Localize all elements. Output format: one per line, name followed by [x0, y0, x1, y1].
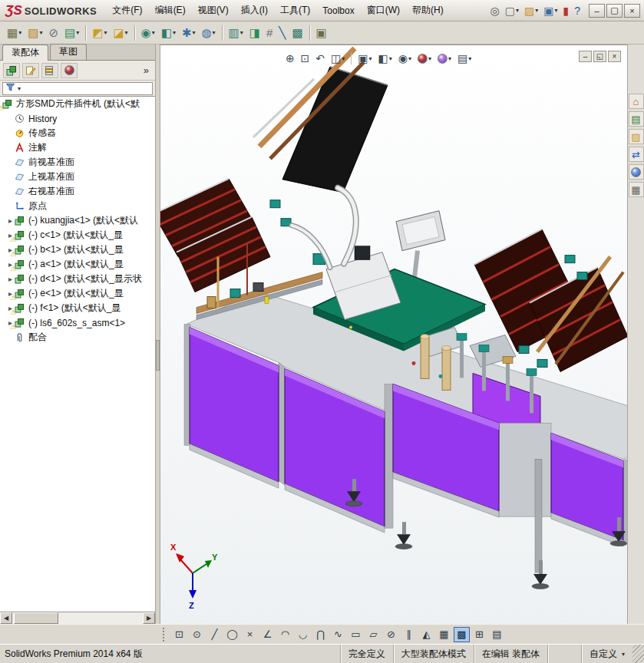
panel-tab[interactable]: 装配体	[2, 45, 48, 61]
tangent-arc-tool-button[interactable]: ◡	[295, 627, 311, 642]
scroll-right-button[interactable]: ▶	[143, 612, 155, 624]
centerpoint-arc-tool-button[interactable]: ◠	[277, 627, 293, 642]
show-hidden-components-button[interactable]: ◧▾	[158, 24, 179, 42]
erase-tool-button[interactable]: ×	[242, 627, 258, 642]
solidworks-resources-tab[interactable]: ⌂	[629, 94, 644, 109]
assembly-features-button[interactable]: ✱▾	[179, 24, 199, 42]
expander-icon[interactable]: ▸	[6, 216, 15, 225]
solidworks-resources-button[interactable]: ▮	[560, 4, 571, 18]
minimize-button[interactable]: –	[589, 4, 605, 18]
zoom-to-fit-button[interactable]: ⊕	[283, 51, 297, 65]
tree-item[interactable]: ▸⚠(-) a<1> (默认<默认_显	[0, 257, 155, 272]
tree-item[interactable]: ⚠方形SMD元件插件机 (默认<默	[0, 97, 155, 111]
filter-input[interactable]: ▾	[2, 82, 153, 95]
custom-properties-tab[interactable]: ▦	[629, 182, 644, 197]
tree-item[interactable]: 原点	[0, 199, 155, 213]
interference-detection-button[interactable]: #	[263, 24, 276, 42]
tree-item[interactable]: ▸⚠(-) ls6_602s_s_asm<1>	[0, 315, 155, 330]
three-point-arc-tool-button[interactable]: ⋂	[312, 627, 329, 642]
tree-item[interactable]: 注解	[0, 140, 155, 155]
search-button[interactable]: ◎	[488, 4, 502, 18]
menu-item[interactable]: 工具(T)	[274, 1, 316, 20]
section-view-button[interactable]: ◫▾	[329, 51, 347, 65]
scroll-left-button[interactable]: ◀	[0, 612, 12, 624]
document-close-button[interactable]: ×	[608, 51, 621, 62]
measure-button[interactable]: ╲	[276, 24, 289, 42]
angle-line-tool-button[interactable]: ∠	[259, 627, 276, 642]
menu-item[interactable]: 文件(F)	[106, 1, 148, 20]
view-orientation-button[interactable]: ▣▾	[355, 51, 374, 65]
menu-item[interactable]: 视图(V)	[192, 1, 235, 20]
file-explorer-tab[interactable]: ▨	[629, 129, 644, 144]
scroll-track[interactable]	[12, 612, 143, 624]
document-restore-button[interactable]: ◱	[593, 51, 606, 62]
linear-pattern-tool-button[interactable]: ▦	[436, 627, 452, 642]
smart-fasteners-button[interactable]: ◪▾	[110, 24, 130, 42]
insert-components-button[interactable]: ▨▾	[25, 24, 45, 42]
propertymanager-tab[interactable]	[22, 63, 39, 78]
instant-3d-button[interactable]: ▣	[313, 24, 330, 42]
model-top-screen-rack[interactable]	[253, 48, 388, 193]
grid-view-tool-button[interactable]: ▩	[454, 627, 470, 642]
tree-item[interactable]: ▸⚠(-) b<1> (默认<默认_显	[0, 242, 155, 257]
tree-item[interactable]: History	[0, 111, 155, 126]
filter-caret-icon[interactable]: ▾	[18, 85, 21, 92]
line-tool-button[interactable]: ╱	[206, 627, 223, 642]
resize-grip[interactable]	[632, 645, 644, 663]
mirror-tool-button[interactable]: ◭	[418, 627, 434, 642]
model-left-pcb-racks[interactable]	[160, 179, 291, 292]
tree-item[interactable]: ▸⚠(-) f<1> (默认<默认_显	[0, 301, 155, 315]
move-component-button[interactable]: ◉▾	[138, 24, 158, 42]
new-document-button[interactable]: ▢▾	[503, 4, 521, 18]
point-tool-button[interactable]: ⊡	[171, 627, 187, 642]
tree-item[interactable]: 传感器	[0, 126, 155, 140]
splitter-grip[interactable]	[156, 340, 160, 371]
exploded-view-button[interactable]: ◨	[246, 24, 263, 42]
configurationmanager-tab[interactable]	[41, 63, 58, 78]
assembly-model-3d[interactable]	[160, 45, 627, 624]
attachments-button[interactable]: ⊘	[45, 24, 61, 42]
zoom-to-area-button[interactable]: ⊡	[299, 51, 312, 65]
tree-item[interactable]: 右视基准面	[0, 184, 155, 199]
edit-appearance-button[interactable]: ▾	[415, 53, 434, 64]
save-document-button[interactable]: ▣▾	[541, 4, 560, 18]
tree-item[interactable]: 上视基准面	[0, 170, 155, 184]
sheet-tool-button[interactable]: ▤	[489, 627, 505, 642]
toolbar-grip[interactable]	[163, 628, 166, 642]
menu-item[interactable]: Toolbox	[316, 2, 360, 19]
help-button[interactable]: ?	[572, 4, 583, 18]
ellipse-tool-button[interactable]: ◯	[224, 627, 240, 642]
tree-item[interactable]: ▸⚠(-) c<1> (默认<默认_显	[0, 228, 155, 242]
previous-view-button[interactable]: ↶	[313, 51, 327, 65]
reference-geometry-button[interactable]: ◍▾	[199, 24, 219, 42]
appearances-scenes-tab[interactable]	[629, 164, 644, 180]
maximize-button[interactable]: ▢	[606, 4, 623, 18]
mate-button[interactable]: ▤▾	[61, 24, 82, 42]
mass-properties-button[interactable]: ▩	[289, 24, 305, 42]
table-tool-button[interactable]: ⊞	[471, 627, 487, 642]
menu-item[interactable]: 编辑(E)	[149, 1, 192, 20]
panel-horizontal-scrollbar[interactable]: ◀ ▶	[0, 612, 155, 624]
trim-tool-button[interactable]: ⊘	[383, 627, 399, 642]
tree-item[interactable]: ▸(-) kuangjia<1> (默认<默认	[0, 213, 155, 228]
tree-item[interactable]: ▸⚠(-) e<1> (默认<默认_显	[0, 286, 155, 301]
model-center-machine[interactable]	[292, 188, 401, 320]
menu-item[interactable]: 帮助(H)	[406, 1, 450, 20]
design-library-tab[interactable]: ▤	[629, 111, 644, 127]
bill-of-materials-button[interactable]: ▥▾	[226, 24, 246, 42]
graphics-area[interactable]: ⊕⊡↶◫▾▣▾◧▾◉▾▾▾▤▾ –◱× X Y Z	[160, 45, 627, 624]
tree-item[interactable]: ▸(-) d<1> (默认<默认_显示状	[0, 272, 155, 286]
component-pattern-button[interactable]: ◩▾	[89, 24, 110, 42]
apply-scene-button[interactable]: ▾	[435, 53, 454, 64]
document-minimize-button[interactable]: –	[579, 51, 592, 62]
open-document-button[interactable]: ▨▾	[522, 4, 540, 18]
panel-overflow-button[interactable]: »	[140, 64, 152, 76]
rectangle-tool-button[interactable]: ▭	[348, 627, 364, 642]
spline-tool-button[interactable]: ∿	[330, 627, 346, 642]
close-button[interactable]: ×	[624, 4, 640, 18]
expander-icon[interactable]: ▸	[6, 275, 15, 283]
menu-item[interactable]: 窗口(W)	[361, 1, 406, 20]
appearances-tab[interactable]	[61, 63, 78, 78]
panel-tab[interactable]: 草图	[50, 44, 87, 60]
featuremanager-tab[interactable]	[3, 63, 20, 78]
